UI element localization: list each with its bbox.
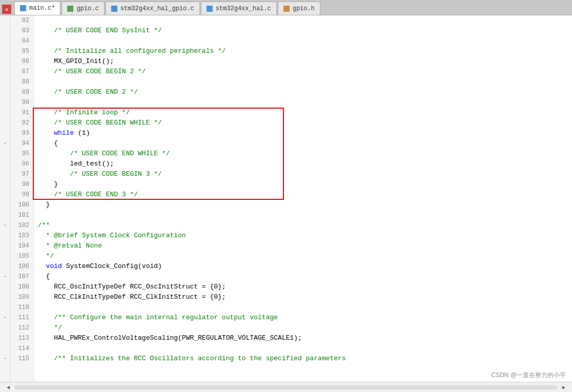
gutter-fold-marker[interactable]: − xyxy=(0,313,10,323)
gutter-fold-marker xyxy=(0,36,10,46)
line-number: 94 xyxy=(10,138,33,149)
code-line: /* USER CODE BEGIN 3 */ xyxy=(38,169,572,179)
line-numbers: 8283848586878889909192939495969798991001… xyxy=(10,15,34,382)
code-content[interactable]: /* USER CODE END SysInit */ /* Initializ… xyxy=(34,15,572,382)
code-line xyxy=(38,77,572,87)
line-number: 88 xyxy=(10,77,33,87)
code-line: { xyxy=(38,272,572,282)
gutter-fold-marker xyxy=(0,159,10,169)
tab-stm32g4xx_hal_gpio_c[interactable]: stm32g4xx_hal_gpio.c xyxy=(106,2,200,15)
line-number: 102 xyxy=(10,220,33,231)
code-line xyxy=(38,36,572,46)
line-number: 115 xyxy=(10,354,33,364)
horizontal-scrollbar[interactable] xyxy=(14,385,558,389)
line-number: 90 xyxy=(10,97,33,108)
code-line: RCC_ClkInitTypeDef RCC_ClkInitStruct = {… xyxy=(38,292,572,302)
tab-icon xyxy=(283,6,290,12)
line-number: 85 xyxy=(10,46,33,56)
tab-icon xyxy=(67,6,73,12)
code-line: RCC_OscInitTypeDef RCC_OscInitStruct = {… xyxy=(38,282,572,292)
line-number: 86 xyxy=(10,56,33,67)
line-number: 112 xyxy=(10,323,33,333)
line-number: 82 xyxy=(10,15,33,26)
line-number: 100 xyxy=(10,200,33,210)
line-number: 96 xyxy=(10,159,33,169)
code-line: /* USER CODE END SysInit */ xyxy=(38,26,572,36)
line-number: 114 xyxy=(10,343,33,354)
line-number: 111 xyxy=(10,313,33,323)
gutter-fold-marker xyxy=(0,333,10,343)
code-line: /** xyxy=(38,220,572,231)
line-number: 84 xyxy=(10,36,33,46)
editor-body: −−−−− 8283848586878889909192939495969798… xyxy=(0,15,572,382)
tab-label: gpio.c xyxy=(76,5,98,12)
gutter-fold-marker xyxy=(0,56,10,67)
watermark: CSDN @一直在努力的小宇 xyxy=(491,371,566,380)
line-number: 87 xyxy=(10,67,33,77)
gutter-fold-marker xyxy=(0,169,10,179)
scroll-right-arrow[interactable]: ▶ xyxy=(560,383,568,391)
gutter-fold-marker[interactable]: − xyxy=(0,220,10,231)
gutter-fold-marker xyxy=(0,302,10,313)
line-number: 89 xyxy=(10,87,33,97)
code-line: * @brief System Clock Configuration xyxy=(38,231,572,241)
gutter-fold-marker xyxy=(0,190,10,200)
gutter-fold-marker xyxy=(0,323,10,333)
tab-bar: ✕ main.c*gpio.cstm32g4xx_hal_gpio.cstm32… xyxy=(0,0,572,15)
gutter-fold-marker[interactable]: − xyxy=(0,138,10,149)
tab-label: stm32g4xx_hal_gpio.c xyxy=(120,5,194,12)
code-line: } xyxy=(38,200,572,210)
gutter-fold-marker xyxy=(0,241,10,251)
gutter-fold-marker xyxy=(0,67,10,77)
code-line: void SystemClock_Config(void) xyxy=(38,261,572,272)
close-button[interactable]: ✕ xyxy=(2,5,11,14)
gutter-fold-marker xyxy=(0,282,10,292)
line-number: 106 xyxy=(10,261,33,272)
line-number: 92 xyxy=(10,118,33,128)
tab-label: gpio.h xyxy=(293,5,315,12)
tab-gpio_h[interactable]: gpio.h xyxy=(278,2,320,15)
code-line: /* USER CODE END 3 */ xyxy=(38,190,572,200)
code-line: /* USER CODE BEGIN 2 */ xyxy=(38,67,572,77)
gutter-fold-marker xyxy=(0,292,10,302)
gutter-fold-marker xyxy=(0,97,10,108)
code-line: /* Infinite loop */ xyxy=(38,108,572,118)
gutter-fold-marker[interactable]: − xyxy=(0,354,10,364)
gutter-fold-marker[interactable]: − xyxy=(0,272,10,282)
gutter-fold-marker xyxy=(0,343,10,354)
code-line xyxy=(38,97,572,108)
line-number: 83 xyxy=(10,26,33,36)
code-line: */ xyxy=(38,251,572,261)
code-line xyxy=(38,15,572,26)
line-number: 99 xyxy=(10,190,33,200)
line-number: 101 xyxy=(10,210,33,220)
code-line xyxy=(38,343,572,354)
tab-gpio_c[interactable]: gpio.c xyxy=(62,2,104,15)
gutter-fold-marker xyxy=(0,231,10,241)
line-number: 97 xyxy=(10,169,33,179)
gutter-fold-marker xyxy=(0,87,10,97)
code-area: 8283848586878889909192939495969798991001… xyxy=(10,15,572,382)
code-line: { xyxy=(38,138,572,149)
line-number: 107 xyxy=(10,272,33,282)
gutter-fold-marker xyxy=(0,149,10,159)
code-line xyxy=(38,210,572,220)
line-number: 93 xyxy=(10,128,33,138)
gutter-fold-marker xyxy=(0,77,10,87)
tab-icon xyxy=(207,6,213,12)
scroll-left-arrow[interactable]: ◀ xyxy=(4,383,12,391)
code-line: /** Configure the main internal regulato… xyxy=(38,313,572,323)
tab-stm32g4xx_hal_c[interactable]: stm32g4xx_hal.c xyxy=(201,2,277,15)
tab-main_c_[interactable]: main.c* xyxy=(14,2,60,15)
gutter-fold-marker xyxy=(0,210,10,220)
code-line: /* USER CODE BEGIN WHILE */ xyxy=(38,118,572,128)
gutter-fold-marker xyxy=(0,179,10,190)
code-line: led_test(); xyxy=(38,159,572,169)
code-line: while (1) xyxy=(38,128,572,138)
code-line: HAL_PWREx_ControlVoltageScaling(PWR_REGU… xyxy=(38,333,572,343)
code-line: /* USER CODE END 2 */ xyxy=(38,87,572,97)
code-line: */ xyxy=(38,323,572,333)
tab-icon xyxy=(20,5,26,11)
code-line: MX_GPIO_Init(); xyxy=(38,56,572,67)
code-line: /* Initialize all configured peripherals… xyxy=(38,46,572,56)
